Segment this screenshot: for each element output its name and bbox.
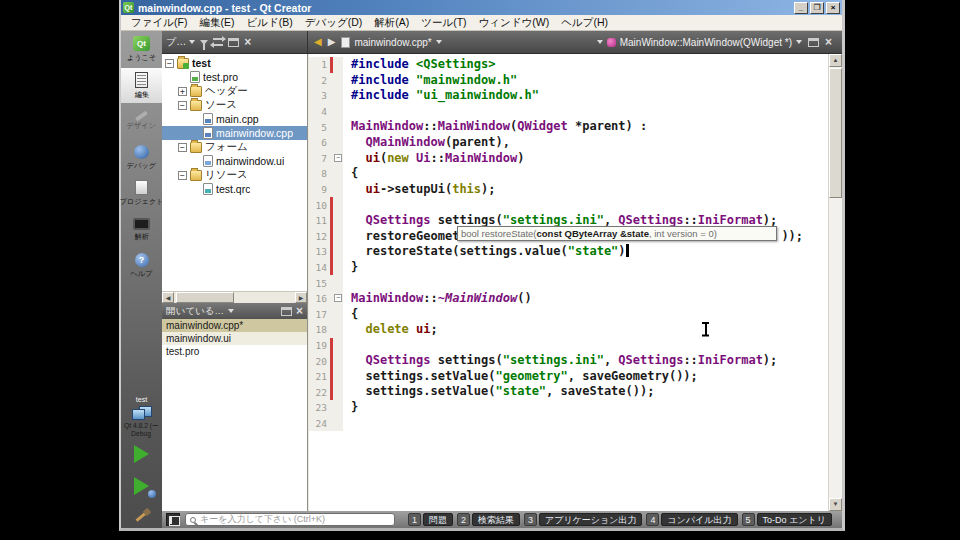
split-icon[interactable]: [228, 38, 239, 47]
line-number: 1: [309, 59, 327, 70]
close-sidebar-icon[interactable]: ×: [244, 36, 251, 48]
text-cursor: [626, 244, 629, 257]
code-line-text: }: [343, 400, 828, 416]
tree-item-mainwindow-ui[interactable]: mainwindow.ui: [162, 154, 307, 168]
sidebar-view-combo[interactable]: プ…: [166, 35, 195, 49]
project-tree: −testtest.pro+ヘッダー−ソースmain.cppmainwindow…: [162, 54, 307, 291]
output-pane-todo-entries[interactable]: 5To-Do エントリ: [742, 513, 832, 526]
pane-label: 問題: [423, 513, 453, 526]
mode-analyze[interactable]: 解析: [121, 212, 162, 247]
minimize-button[interactable]: _: [794, 2, 808, 14]
output-pane-issues[interactable]: 1問題: [408, 513, 453, 526]
menu-debug[interactable]: デバッグ(D): [299, 15, 369, 30]
build-button[interactable]: [121, 502, 162, 528]
open-document-item[interactable]: test.pro: [162, 345, 307, 358]
tree-item-main-cpp[interactable]: main.cpp: [162, 112, 307, 126]
run-button[interactable]: [121, 438, 162, 470]
signature-tooltip: bool restoreState(const QByteArray &stat…: [457, 226, 777, 241]
close-pane-icon[interactable]: ×: [296, 305, 303, 317]
build-target-selector[interactable]: test Qt 4.8.2 (ー Debug: [121, 395, 162, 438]
tree-item-forms[interactable]: −フォーム: [162, 140, 307, 154]
tree-item-headers[interactable]: +ヘッダー: [162, 84, 307, 98]
menu-edit[interactable]: 編集(E): [193, 15, 240, 30]
mode-welcome[interactable]: Qtようこそ: [121, 32, 162, 67]
symbol-combo[interactable]: MainWindow::MainWindow(QWidget *): [597, 37, 802, 48]
editor-vertical-scrollbar[interactable]: ▲ ▼: [828, 54, 842, 511]
locator-input[interactable]: キーを入力して下さい (Ctrl+K): [185, 513, 395, 526]
output-pane-compile-output[interactable]: 4コンパイル出力: [646, 513, 737, 526]
chevron-down-icon[interactable]: [228, 309, 234, 313]
gutter: 16−: [309, 291, 343, 307]
help-mode-icon: ?: [135, 253, 149, 267]
changed-line-marker: [330, 260, 333, 276]
menu-help[interactable]: ヘルプ(H): [555, 15, 614, 30]
code-line-text: ui(new Ui::MainWindow): [343, 151, 828, 167]
go-back-icon[interactable]: ◀: [314, 37, 322, 47]
folder-icon: [177, 58, 189, 69]
code-editor[interactable]: 1#include <QSettings>2#include "mainwind…: [309, 54, 842, 511]
open-document-item[interactable]: mainwindow.cpp*: [162, 319, 307, 332]
line-number: 9: [309, 184, 327, 195]
tree-expander-icon[interactable]: −: [178, 143, 187, 152]
title-bar[interactable]: Qt mainwindow.cpp - test - Qt Creator _ …: [121, 0, 842, 15]
tree-horizontal-scrollbar[interactable]: ◀ ▶: [162, 291, 307, 303]
close-button[interactable]: ×: [826, 2, 840, 14]
tree-expander-icon[interactable]: −: [178, 171, 187, 180]
scrollbar-thumb[interactable]: [176, 292, 234, 303]
pane-number-badge: 4: [646, 513, 659, 526]
mode-projects[interactable]: プロジェクト: [121, 176, 162, 211]
fold-marker-icon[interactable]: −: [334, 294, 342, 302]
scroll-up-icon[interactable]: ▲: [829, 54, 842, 67]
tree-item-resources[interactable]: −リソース: [162, 168, 307, 182]
filter-icon[interactable]: [200, 40, 208, 45]
fold-marker-icon[interactable]: −: [334, 154, 342, 162]
gutter: 3: [309, 88, 343, 104]
menu-window[interactable]: ウィンドウ(W): [473, 15, 556, 30]
output-pane-application-output[interactable]: 3アプリケーション出力: [524, 513, 642, 526]
scrollbar-thumb[interactable]: [829, 68, 842, 198]
mode-help[interactable]: ?ヘルプ: [121, 248, 162, 283]
tree-expander-icon[interactable]: +: [178, 87, 187, 96]
code-line-2: 2#include "mainwindow.h": [309, 73, 828, 89]
sync-with-editor-icon[interactable]: [213, 38, 223, 46]
debug-mode-icon: [134, 145, 149, 159]
gutter: 4: [309, 104, 343, 120]
split-editor-icon[interactable]: [808, 38, 819, 47]
code-line-text: }: [343, 260, 828, 276]
pane-number-badge: 2: [457, 513, 470, 526]
output-pane-search-results[interactable]: 2検索結果: [457, 513, 520, 526]
open-file-combo[interactable]: mainwindow.cpp*: [341, 37, 441, 48]
open-documents-header: 開いている… ×: [162, 303, 307, 319]
tree-item-test[interactable]: −test: [162, 56, 307, 70]
go-forward-icon[interactable]: ▶: [328, 37, 336, 47]
changed-line-marker: [330, 57, 333, 73]
debug-run-button[interactable]: [121, 470, 162, 502]
sidebar-toolbar: プ… ×: [162, 31, 308, 53]
toggle-sidebar-button[interactable]: [166, 513, 180, 526]
tree-expander-icon[interactable]: −: [165, 59, 174, 68]
gutter: 2: [309, 73, 343, 89]
menu-file[interactable]: ファイル(F): [125, 15, 193, 30]
code-area[interactable]: 1#include <QSettings>2#include "mainwind…: [309, 54, 828, 511]
gutter: 11: [309, 213, 343, 229]
tree-expander-icon[interactable]: −: [178, 101, 187, 110]
close-editor-icon[interactable]: ×: [825, 36, 832, 48]
menu-tools[interactable]: ツール(T): [415, 15, 472, 30]
mode-debug[interactable]: デバッグ: [121, 140, 162, 175]
maximize-button[interactable]: ❐: [810, 2, 824, 14]
open-document-item[interactable]: mainwindow.ui: [162, 332, 307, 345]
tree-item-test-qrc[interactable]: test.qrc: [162, 182, 307, 196]
tree-item-label: フォーム: [205, 140, 248, 154]
menu-analyze[interactable]: 解析(A): [368, 15, 415, 30]
pane-label: コンパイル出力: [661, 513, 737, 526]
code-line-text: [343, 416, 828, 432]
mode-edit[interactable]: 編集: [121, 68, 162, 103]
tree-item-mainwindow-cpp[interactable]: mainwindow.cpp: [162, 126, 307, 140]
split-icon[interactable]: [281, 307, 292, 316]
scroll-down-icon[interactable]: ▼: [829, 498, 842, 511]
scroll-right-icon[interactable]: ▶: [295, 292, 307, 303]
tree-item-test-pro[interactable]: test.pro: [162, 70, 307, 84]
scroll-left-icon[interactable]: ◀: [162, 292, 174, 303]
menu-build[interactable]: ビルド(B): [240, 15, 298, 30]
tree-item-sources[interactable]: −ソース: [162, 98, 307, 112]
